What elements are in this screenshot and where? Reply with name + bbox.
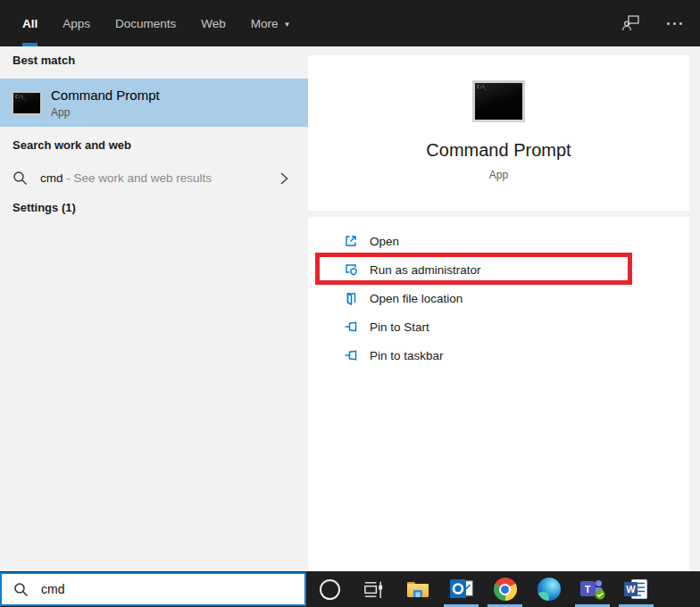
pin-icon bbox=[344, 320, 358, 334]
action-label: Open file location bbox=[370, 292, 462, 305]
search-filter-bar: All Apps Documents Web More ▼ bbox=[0, 0, 700, 46]
ellipsis-icon[interactable] bbox=[663, 19, 686, 29]
taskbar-outlook-button[interactable] bbox=[439, 571, 483, 607]
web-search-hint: - See work and web results bbox=[66, 171, 212, 185]
settings-header: Settings (1) bbox=[12, 201, 76, 214]
taskbar-teams-button[interactable]: T bbox=[571, 571, 614, 607]
action-label: Pin to Start bbox=[370, 320, 429, 334]
edge-icon bbox=[538, 578, 561, 601]
action-label: Open bbox=[370, 235, 399, 248]
file-explorer-icon bbox=[406, 579, 429, 599]
tab-web[interactable]: Web bbox=[201, 0, 226, 46]
taskbar-file-explorer-button[interactable] bbox=[396, 571, 439, 607]
action-open[interactable]: Open bbox=[308, 227, 689, 255]
word-icon: W bbox=[624, 579, 648, 599]
action-pin-to-taskbar[interactable]: Pin to taskbar bbox=[308, 341, 689, 370]
command-prompt-icon: C:\_ bbox=[472, 80, 525, 122]
chrome-icon bbox=[494, 578, 517, 601]
search-icon bbox=[13, 582, 29, 597]
search-work-web-header: Search work and web bbox=[12, 138, 131, 152]
cortana-icon bbox=[320, 579, 340, 600]
command-prompt-icon: C:\_ bbox=[12, 91, 42, 115]
chevron-right-icon bbox=[279, 171, 288, 186]
tab-more-label: More bbox=[251, 17, 279, 30]
action-label: Pin to taskbar bbox=[370, 349, 444, 362]
svg-text:W: W bbox=[626, 584, 636, 595]
tab-more[interactable]: More ▼ bbox=[251, 0, 291, 46]
app-subtitle: App bbox=[308, 169, 689, 181]
taskbar-edge-button[interactable] bbox=[527, 571, 571, 607]
search-icon bbox=[12, 170, 28, 186]
taskbar-search-box[interactable] bbox=[0, 572, 306, 606]
result-subtitle: App bbox=[51, 106, 160, 119]
taskbar-cortana-button[interactable] bbox=[308, 571, 352, 607]
result-title: Command Prompt bbox=[51, 87, 160, 104]
windows-search-flyout: All Apps Documents Web More ▼ Best match bbox=[0, 0, 700, 607]
open-file-location-icon bbox=[344, 291, 358, 305]
app-preview-card: C:\_ Command Prompt App bbox=[308, 55, 689, 211]
user-feedback-icon[interactable] bbox=[621, 12, 642, 34]
taskbar-word-button[interactable]: W bbox=[614, 571, 658, 607]
tab-documents[interactable]: Documents bbox=[115, 0, 176, 46]
outlook-icon bbox=[450, 578, 473, 600]
chevron-down-icon: ▼ bbox=[284, 21, 291, 29]
open-icon bbox=[344, 234, 358, 248]
tab-all[interactable]: All bbox=[22, 0, 38, 46]
teams-icon: T bbox=[580, 578, 605, 600]
best-match-result[interactable]: C:\_ Command Prompt App bbox=[0, 79, 308, 127]
task-view-icon bbox=[362, 578, 385, 601]
action-pin-to-start[interactable]: Pin to Start bbox=[308, 312, 689, 341]
action-open-file-location[interactable]: Open file location bbox=[308, 284, 689, 312]
results-panel: Best match C:\_ Command Prompt App Searc… bbox=[0, 46, 308, 571]
highlight-annotation-box bbox=[315, 253, 632, 285]
web-search-query: cmd bbox=[40, 171, 63, 185]
taskbar-chrome-button[interactable] bbox=[483, 571, 527, 607]
web-search-result[interactable]: cmd - See work and web results bbox=[0, 162, 308, 194]
taskbar-task-view-button[interactable] bbox=[352, 571, 396, 607]
tab-apps[interactable]: Apps bbox=[62, 0, 90, 46]
app-title: Command Prompt bbox=[308, 140, 689, 161]
taskbar-search-input[interactable] bbox=[39, 581, 257, 597]
pin-icon bbox=[344, 348, 358, 362]
best-match-header: Best match bbox=[12, 54, 75, 67]
filter-tabs: All Apps Documents Web More ▼ bbox=[22, 0, 291, 46]
